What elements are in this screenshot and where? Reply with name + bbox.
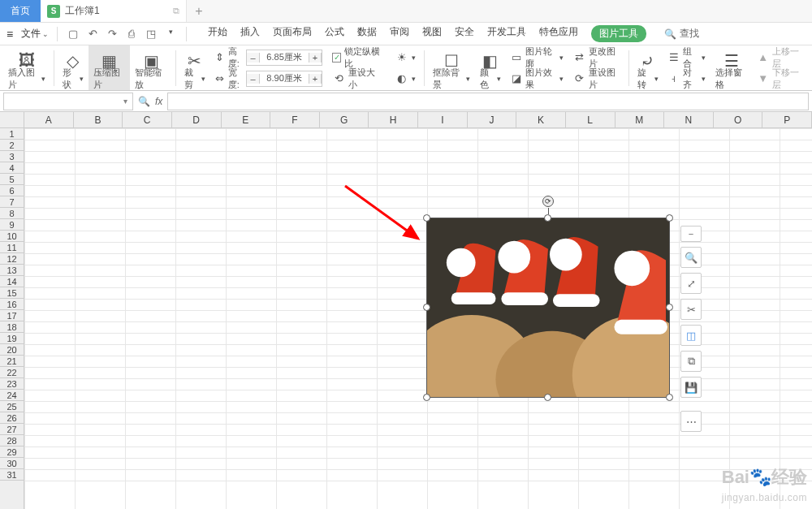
group-button[interactable]: ☰ 组合▾	[668, 49, 706, 67]
resize-handle-tl[interactable]	[423, 214, 430, 222]
float-more-button[interactable]: ⋯	[680, 411, 702, 432]
remove-background-button[interactable]: ☐ 抠除背景▾	[428, 45, 475, 90]
name-box[interactable]	[3, 93, 133, 110]
tab-picture-tools[interactable]: 图片工具	[591, 25, 646, 42]
row-header[interactable]: 2	[0, 140, 24, 151]
column-header[interactable]: H	[369, 112, 418, 127]
resize-handle-bm[interactable]	[544, 394, 551, 401]
row-header[interactable]: 14	[0, 276, 24, 287]
minimize-doc-icon[interactable]: ⧉	[173, 6, 179, 16]
row-header[interactable]: 3	[0, 151, 24, 162]
redo-icon[interactable]: ↷	[105, 28, 119, 40]
undo-icon[interactable]: ↶	[85, 28, 100, 40]
row-header[interactable]: 28	[0, 435, 24, 446]
crop-button[interactable]: ✂ 裁剪▾	[179, 45, 210, 90]
compress-image-button[interactable]: ▦ 压缩图片	[89, 45, 131, 90]
column-header[interactable]: E	[222, 112, 271, 127]
decrease-button[interactable]: –	[247, 74, 260, 84]
float-save-button[interactable]: 💾	[680, 377, 702, 398]
row-header[interactable]: 19	[0, 333, 24, 344]
change-picture-button[interactable]: ⇄ 更改图片	[573, 49, 620, 67]
reset-size-button[interactable]: ⟲ 重设大小	[332, 70, 384, 88]
print-icon[interactable]: ⎙	[124, 28, 139, 40]
row-header[interactable]: 27	[0, 424, 24, 435]
align-button[interactable]: ⫞ 对齐▾	[668, 70, 706, 88]
resize-handle-tr[interactable]	[666, 214, 673, 222]
row-header[interactable]: 24	[0, 390, 24, 401]
shape-button[interactable]: ◇ 形状▾	[58, 45, 89, 90]
decrease-button[interactable]: –	[247, 53, 260, 63]
resize-handle-tm[interactable]	[544, 214, 551, 222]
resize-handle-ml[interactable]	[423, 304, 430, 311]
lock-aspect-checkbox[interactable]: ✓ 锁定纵横比	[332, 49, 384, 67]
column-header[interactable]: G	[320, 112, 369, 127]
row-header[interactable]: 30	[0, 458, 24, 469]
row-header[interactable]: 13	[0, 265, 24, 276]
float-copy-button[interactable]: ⧉	[680, 351, 702, 372]
tab-data[interactable]: 数据	[357, 25, 377, 42]
document-tab[interactable]: S 工作簿1 ⧉	[41, 0, 187, 22]
row-header[interactable]: 23	[0, 378, 24, 390]
color-button[interactable]: ◧ 颜色▾	[475, 45, 506, 90]
row-header[interactable]: 10	[0, 231, 24, 242]
zoom-icon[interactable]: 🔍	[138, 96, 150, 107]
preview-icon[interactable]: ◳	[144, 28, 158, 40]
column-header[interactable]: P	[762, 112, 812, 127]
row-header[interactable]: 21	[0, 356, 24, 367]
tab-insert[interactable]: 插入	[240, 25, 260, 42]
select-pane-button[interactable]: ☰ 选择窗格	[710, 45, 753, 90]
row-header[interactable]: 11	[0, 242, 24, 253]
float-crop-button[interactable]: ✂	[680, 299, 702, 320]
search-button[interactable]: 🔍 查找	[664, 27, 699, 41]
column-header[interactable]: O	[714, 112, 763, 127]
column-header[interactable]: J	[468, 112, 517, 127]
float-collapse-button[interactable]: −	[680, 226, 702, 242]
column-header[interactable]: K	[516, 112, 566, 127]
tab-start[interactable]: 开始	[208, 25, 227, 42]
row-header[interactable]: 4	[0, 162, 24, 174]
reset-picture-button[interactable]: ⟳ 重设图片	[573, 70, 620, 88]
contrast-icon[interactable]: ◐	[395, 72, 408, 84]
hamburger-icon[interactable]: ≡	[3, 28, 16, 41]
row-header[interactable]: 7	[0, 196, 24, 208]
tab-featured[interactable]: 特色应用	[539, 25, 578, 42]
selected-image-object[interactable]: ⟳	[426, 218, 670, 398]
float-zoom-button[interactable]: 🔍	[680, 247, 702, 268]
column-header[interactable]: I	[418, 112, 468, 127]
tab-security[interactable]: 安全	[455, 25, 474, 42]
picture-outline-button[interactable]: ▭ 图片轮廓▾	[511, 49, 564, 67]
tab-view[interactable]: 视图	[422, 25, 442, 42]
resize-handle-br[interactable]	[666, 394, 673, 401]
column-header[interactable]: N	[664, 112, 714, 127]
row-header[interactable]: 12	[0, 253, 24, 265]
row-header[interactable]: 16	[0, 299, 24, 310]
row-header[interactable]: 17	[0, 310, 24, 321]
move-up-button[interactable]: ▲ 上移一层	[757, 49, 804, 67]
save-icon[interactable]: ▢	[66, 28, 80, 40]
home-tab[interactable]: 首页	[0, 0, 41, 22]
row-header[interactable]: 1	[0, 128, 24, 140]
formula-input[interactable]	[167, 93, 809, 110]
new-tab-button[interactable]: +	[187, 0, 211, 22]
resize-handle-bl[interactable]	[423, 394, 430, 401]
row-header[interactable]: 15	[0, 287, 24, 299]
increase-button[interactable]: +	[309, 74, 322, 84]
tab-layout[interactable]: 页面布局	[273, 25, 312, 42]
row-header[interactable]: 18	[0, 321, 24, 333]
row-header[interactable]: 20	[0, 344, 24, 356]
column-header[interactable]: B	[74, 112, 123, 127]
width-field[interactable]: – 8.90厘米 +	[246, 71, 322, 87]
move-down-button[interactable]: ▼ 下移一层	[757, 70, 804, 88]
tab-formula[interactable]: 公式	[325, 25, 344, 42]
row-header[interactable]: 5	[0, 174, 24, 185]
resize-handle-mr[interactable]	[666, 304, 673, 311]
insert-image-button[interactable]: 🖼 插入图片▾	[3, 45, 50, 90]
float-fit-button[interactable]: ⤢	[680, 273, 702, 294]
row-header[interactable]: 25	[0, 401, 24, 412]
row-header[interactable]: 6	[0, 185, 24, 196]
brightness-icon[interactable]: ☀	[395, 51, 408, 63]
row-header[interactable]: 26	[0, 412, 24, 424]
column-header[interactable]: A	[24, 112, 74, 127]
row-header[interactable]: 31	[0, 469, 24, 481]
smart-zoom-button[interactable]: ▣ 智能缩放	[130, 45, 172, 90]
